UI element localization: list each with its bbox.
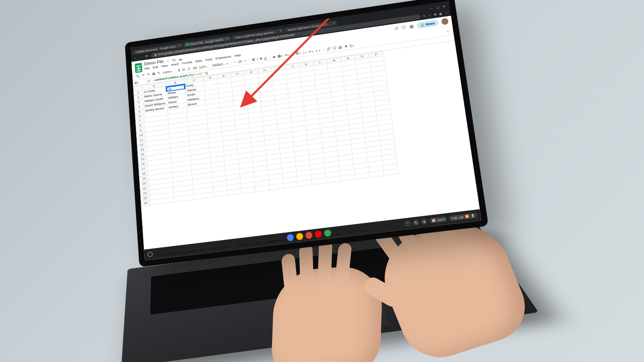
undo-icon[interactable]: ↶: [142, 73, 145, 78]
redo-icon[interactable]: ↷: [147, 72, 150, 77]
functions-icon[interactable]: Σ: [350, 44, 354, 48]
strike-icon[interactable]: S: [260, 57, 262, 61]
share-page-icon[interactable]: ⇧: [423, 14, 426, 18]
menu-icon[interactable]: ⋮: [444, 11, 448, 15]
move-icon[interactable]: 🗀: [172, 57, 176, 62]
wifi-icon: 📶: [465, 215, 470, 218]
forward-icon[interactable]: →: [139, 55, 143, 59]
more-formats-icon[interactable]: 123: [199, 65, 207, 70]
stylus-icon[interactable]: ✎: [413, 219, 419, 226]
tab-close-icon[interactable]: ✕: [280, 29, 283, 33]
row-header[interactable]: 24: [141, 200, 150, 206]
tab-favicon-icon: [287, 28, 287, 31]
borders-icon[interactable]: ▦: [278, 54, 283, 58]
account-avatar[interactable]: [441, 18, 449, 25]
share-button[interactable]: 🔒 Share: [416, 20, 439, 28]
menu-view[interactable]: View: [161, 64, 168, 68]
menu-insert[interactable]: Insert: [171, 62, 179, 67]
tab-close-icon[interactable]: ✕: [226, 37, 229, 40]
inline-edit-text: Jo: [168, 87, 172, 91]
toolbar-collapse-icon[interactable]: ⌃: [446, 30, 450, 34]
shelf-app-messages[interactable]: [324, 229, 331, 237]
paint-format-icon[interactable]: ✎: [157, 71, 161, 75]
calendar-pill[interactable]: 📅Oct 5: [429, 216, 447, 223]
currency-icon[interactable]: $: [178, 68, 180, 72]
fontsize-input[interactable]: 10: [238, 59, 242, 64]
menu-help[interactable]: Help: [234, 53, 241, 58]
star-icon[interactable]: ☆: [166, 58, 170, 63]
tab-close-icon[interactable]: ✕: [178, 44, 181, 47]
shelf-time: 7:46: [451, 216, 457, 220]
shelf-locale: US: [459, 215, 463, 219]
tab-close-icon[interactable]: ✕: [332, 21, 335, 25]
search-menus-icon[interactable]: 🔍: [135, 74, 140, 78]
text-color-icon[interactable]: A: [264, 56, 267, 60]
print-icon[interactable]: 🖶: [152, 72, 156, 76]
wrap-icon[interactable]: ↩: [308, 49, 313, 54]
sheets-logo-icon[interactable]: [135, 63, 142, 73]
comments-icon[interactable]: 🗨: [401, 25, 406, 30]
menu-tools[interactable]: Tools: [205, 57, 213, 62]
fill-color-icon[interactable]: ▰: [273, 54, 276, 59]
shelf-app-chrome[interactable]: [305, 232, 313, 239]
tab-favicon-icon: [234, 36, 234, 39]
font-dropdown[interactable]: Defaul…: [212, 61, 228, 67]
menu-file[interactable]: File: [144, 66, 150, 70]
reload-icon[interactable]: ⟳: [145, 54, 148, 58]
menu-edit[interactable]: Edit: [153, 65, 158, 69]
increase-decimal-icon[interactable]: .00: [192, 66, 197, 70]
history-icon[interactable]: ↺: [394, 26, 399, 31]
fontsize-minus[interactable]: −: [234, 60, 236, 65]
profile-icon[interactable]: ◉: [439, 12, 442, 16]
status-tray[interactable]: 7:46 US 📶 🔋: [449, 213, 477, 221]
menu-format[interactable]: Format: [182, 60, 192, 65]
decrease-decimal-icon[interactable]: .0: [187, 67, 190, 71]
cloud-status-icon[interactable]: ☁: [178, 57, 182, 61]
rotate-icon[interactable]: ⤹: [315, 48, 320, 53]
lock-icon: 🔒: [153, 53, 157, 57]
close-icon[interactable]: ✕: [442, 5, 447, 9]
share-label: Share: [425, 21, 435, 26]
menu-data[interactable]: Data: [195, 59, 202, 63]
shelf-app-files[interactable]: [287, 234, 294, 241]
launcher-icon[interactable]: [148, 251, 153, 257]
comment-icon[interactable]: 🗨: [332, 46, 337, 51]
bold-icon[interactable]: B: [252, 57, 255, 62]
fx-icon[interactable]: fx: [146, 79, 152, 83]
lock-small-icon: 🔒: [420, 23, 424, 27]
halign-icon[interactable]: ≣: [296, 51, 301, 56]
shelf-app-drive[interactable]: [296, 233, 304, 240]
extension-icon[interactable]: ❖: [434, 13, 437, 16]
percent-icon[interactable]: %: [182, 67, 185, 72]
screen: Untitled document - Google Docs✕Demo Fil…: [130, 1, 481, 261]
chart-icon[interactable]: ▤: [338, 45, 342, 50]
tab-favicon-icon: [186, 43, 189, 46]
back-icon[interactable]: ←: [133, 56, 137, 60]
meet-icon[interactable]: ▦: [409, 23, 414, 29]
phone-hub-icon[interactable]: 📱: [404, 220, 411, 227]
laptop-frame: Untitled document - Google Docs✕Demo Fil…: [125, 0, 489, 267]
minimize-icon[interactable]: ─: [430, 6, 434, 10]
left-hand: [271, 264, 383, 362]
link-icon[interactable]: 🔗: [326, 47, 331, 52]
bookmark-icon[interactable]: ☆: [428, 13, 431, 17]
zoom-dropdown[interactable]: 100%: [162, 70, 172, 75]
notification-icon[interactable]: ●: [421, 218, 428, 225]
battery-icon: 🔋: [470, 214, 475, 217]
merge-icon[interactable]: ⇔: [285, 52, 290, 57]
filter-icon[interactable]: ▼: [344, 44, 348, 49]
italic-icon[interactable]: I: [257, 57, 258, 61]
shelf-date: Oct 5: [437, 217, 445, 221]
fontsize-plus[interactable]: +: [244, 59, 247, 63]
maximize-icon[interactable]: ▢: [436, 5, 440, 10]
valign-icon[interactable]: ↕: [302, 50, 306, 55]
shelf-app-youtube[interactable]: [314, 230, 322, 238]
